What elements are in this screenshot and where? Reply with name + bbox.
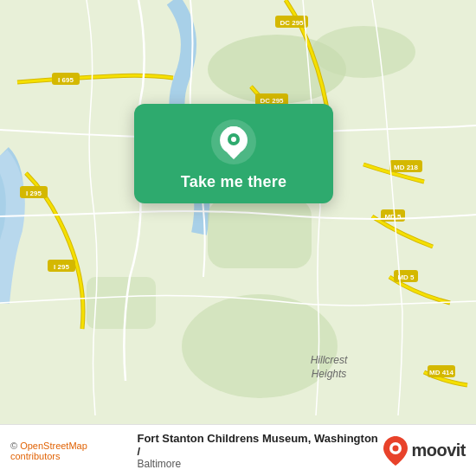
place-name: Fort Stanton Childrens Museum, Washingto… [137, 432, 383, 458]
svg-text:I 295: I 295 [54, 263, 69, 271]
svg-point-2 [312, 26, 415, 78]
map-attribution: © OpenStreetMap contributors [10, 441, 133, 461]
svg-text:Hillcrest: Hillcrest [311, 354, 348, 366]
svg-text:I 695: I 695 [58, 76, 74, 84]
attribution-link[interactable]: OpenStreetMap contributors [10, 441, 87, 461]
moovit-text: moovit [411, 441, 466, 460]
take-me-there-label: Take me there [181, 173, 286, 191]
svg-rect-3 [208, 199, 312, 268]
svg-text:I 295: I 295 [26, 190, 42, 197]
place-info: Fort Stanton Childrens Museum, Washingto… [133, 432, 383, 470]
moovit-pin-icon [383, 436, 408, 466]
map-area: I 695 DC 295 DC 295 I 295 I 295 MD 218 M… [0, 0, 476, 424]
svg-text:MD 414: MD 414 [429, 369, 454, 376]
map-svg: I 695 DC 295 DC 295 I 295 I 295 MD 218 M… [0, 0, 476, 424]
moovit-logo: moovit [383, 436, 466, 466]
svg-point-32 [393, 445, 399, 451]
attribution-prefix: © [10, 441, 20, 451]
svg-text:MD 218: MD 218 [394, 164, 419, 171]
place-location: Baltimore [137, 458, 383, 470]
svg-point-30 [231, 137, 236, 142]
location-pin-icon [211, 119, 256, 164]
bottom-bar: © OpenStreetMap contributors Fort Stanto… [0, 424, 476, 476]
svg-text:Heights: Heights [312, 368, 347, 380]
svg-point-5 [182, 294, 338, 398]
take-me-there-popup[interactable]: Take me there [134, 104, 333, 203]
svg-text:DC 295: DC 295 [280, 19, 304, 27]
